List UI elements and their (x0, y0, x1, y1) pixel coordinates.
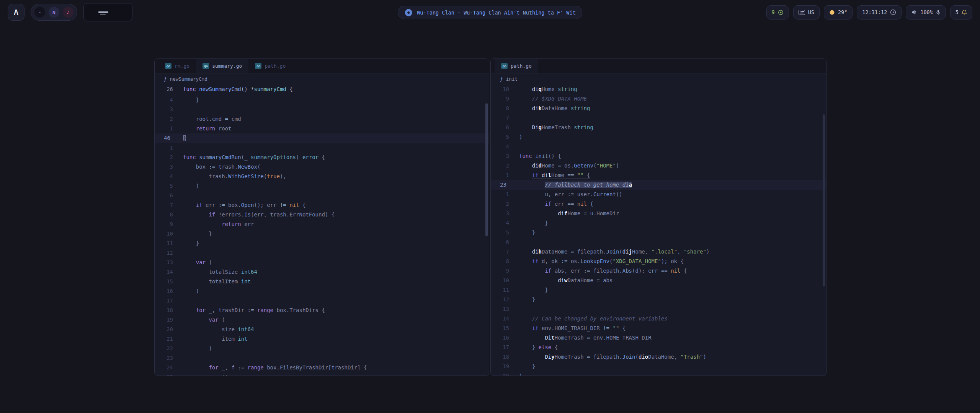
code-line[interactable]: 2 didHome = os.Getenv("HOME") (491, 161, 826, 171)
code-line[interactable]: 12 } (491, 295, 826, 304)
code-text: } (183, 239, 489, 248)
code-token: == (567, 172, 574, 179)
code-line[interactable]: 1 u, err := user.Current() (491, 190, 826, 199)
code-line[interactable]: 15 totalItem int (155, 277, 489, 286)
code-line[interactable]: 3 difHome = u.HomeDir (491, 209, 826, 218)
code-line[interactable]: 5 ) (155, 181, 489, 191)
code-token: Home (542, 163, 558, 169)
code-line[interactable]: 23 // fallback to get home dia (491, 180, 826, 190)
tab-rm.go[interactable]: gorm.go (158, 59, 196, 73)
line-number: 1 (155, 143, 183, 153)
code-line[interactable]: 11 } (155, 239, 489, 248)
scrollbar[interactable] (485, 103, 488, 236)
code-area[interactable]: 26func newSummaryCmd() *summaryCmd {4 }3… (155, 84, 489, 376)
code-line[interactable]: 1 (155, 143, 489, 153)
code-line[interactable]: 7 if err := box.Open(); err != nil { (155, 200, 489, 210)
tab-summary.go[interactable]: gosummary.go (196, 59, 248, 73)
code-line[interactable]: 8 if d, ok := os.LookupEnv("XDG_DATA_HOM… (491, 257, 826, 266)
code-line[interactable]: 12 (155, 248, 489, 258)
code-line[interactable]: 6 DigHomeTrash string (491, 123, 826, 132)
tab-path.go[interactable]: gopath.go (495, 59, 538, 73)
code-token: ( (635, 354, 638, 360)
now-playing-widget[interactable]: Wu-Tang Clan - Wu-Tang Clan Ain't Nuthin… (398, 6, 582, 19)
code-line[interactable]: 18 DiyHomeTrash = filepath.Join(dioDataH… (491, 352, 826, 362)
breadcrumb[interactable]: ƒ newSummaryCmd (155, 73, 489, 84)
code-line[interactable]: 1 return root (155, 124, 489, 133)
code-line[interactable]: 2func summaryCmdRun(_ summaryOptions) er… (155, 153, 489, 162)
clock-widget[interactable]: 12:31:12 (857, 5, 902, 20)
code-line[interactable]: 9 return err (155, 220, 489, 229)
code-line[interactable]: 21 item int (155, 334, 489, 344)
code-line[interactable]: 9 if abs, err := filepath.Abs(d); err ==… (491, 266, 826, 276)
code-line[interactable]: 18 for _, trashDir := range box.TrashDir… (155, 306, 489, 315)
code-line[interactable]: 17 } else { (491, 343, 826, 352)
code-line[interactable]: 24 for _, f := range box.FilesByTrashDir… (155, 363, 489, 372)
jump-label: j (629, 249, 632, 255)
scrollbar[interactable] (823, 114, 825, 286)
code-line[interactable]: 4 (491, 142, 826, 151)
code-line[interactable]: 6 (491, 237, 826, 247)
code-line[interactable]: 5 } (491, 228, 826, 237)
code-line[interactable]: 15 if env.HOME_TRASH_DIR != "" { (491, 324, 826, 333)
workspace-2-button[interactable]: N (49, 7, 59, 18)
code-line[interactable]: 7 dihDataHome = filepath.Join(dijHome, "… (491, 247, 826, 257)
code-line[interactable]: 1 if dilHome == "" { (491, 171, 826, 180)
code-text: if err := box.Open(); err != nil { (183, 200, 489, 210)
code-token: } (519, 363, 535, 369)
keyboard-layout-widget[interactable]: US (793, 5, 820, 20)
code-line[interactable]: 3func init() { (491, 151, 826, 161)
code-line[interactable]: 16 DitHomeTrash = env.HOME_TRASH_DIR (491, 333, 826, 343)
code-line[interactable]: 11 } (491, 285, 826, 295)
code-line[interactable]: 46} (155, 133, 489, 143)
code-line[interactable]: 10 diqHome string (491, 85, 826, 94)
code-token: { (551, 344, 558, 350)
notifications-widget[interactable]: 5 (950, 5, 972, 20)
line-number: 3 (155, 105, 183, 114)
code-line[interactable]: 6 (155, 191, 489, 200)
launcher-button[interactable]: Λ (8, 4, 24, 21)
music-note-icon: ♪ (67, 10, 70, 15)
code-line[interactable]: 13 (491, 304, 826, 314)
sticky-context-line[interactable]: 26func newSummaryCmd() *summaryCmd { (155, 85, 489, 94)
code-line[interactable]: 8 if !errors.Is(err, trash.ErrNotFound) … (155, 210, 489, 220)
code-line[interactable]: 19 } (491, 362, 826, 371)
code-text: diqHome string (519, 85, 826, 94)
weather-widget[interactable]: 29° (824, 5, 853, 20)
code-token: ( (206, 259, 212, 265)
code-line[interactable]: 5) (491, 132, 826, 142)
code-line[interactable]: 10 diwDataHome = abs (491, 276, 826, 285)
breadcrumb[interactable]: ƒ init (491, 73, 826, 84)
code-line[interactable]: 23 (155, 353, 489, 363)
code-line[interactable]: 19 var ( (155, 315, 489, 325)
code-line[interactable]: 17 (155, 296, 489, 306)
code-line[interactable]: 4 trash.WithGetSize(true), (155, 172, 489, 181)
updates-widget[interactable]: 9 (766, 5, 789, 20)
code-token: Is (244, 211, 251, 218)
code-line[interactable]: 8 dikDataHome string (491, 104, 826, 113)
code-line[interactable]: 10 } (155, 229, 489, 239)
code-line[interactable]: 4 } (491, 218, 826, 228)
workspace-1-button[interactable]: • (34, 7, 45, 18)
code-text: box := trash.NewBox( (183, 162, 489, 172)
code-line[interactable]: 16 ) (155, 286, 489, 296)
code-line[interactable]: 2 if err == nil { (491, 199, 826, 209)
code-area[interactable]: 10 diqHome string9 // $XDG_DATA_HOME8 di… (491, 84, 826, 376)
code-line[interactable]: 3 box := trash.NewBox( (155, 162, 489, 172)
code-line[interactable]: 13 var ( (155, 258, 489, 267)
code-line[interactable]: 20} (491, 371, 826, 376)
code-line[interactable]: 2 root.cmd = cmd (155, 114, 489, 124)
code-line[interactable]: 3 (155, 105, 489, 114)
code-line[interactable]: 9 // $XDG_DATA_HOME (491, 94, 826, 104)
workspace-3-button[interactable]: ♪ (63, 7, 74, 18)
tab-path.go[interactable]: gopath.go (248, 59, 292, 73)
code-text: // fallback to get home dia (519, 180, 826, 190)
code-line[interactable]: 7 (491, 113, 826, 123)
code-line[interactable]: 14 totalSize int64 (155, 267, 489, 277)
volume-widget[interactable]: 100% (906, 5, 946, 20)
code-line[interactable]: 25 item++ (155, 372, 489, 376)
code-line[interactable]: 14 // Can be changed by environment vari… (491, 314, 826, 324)
code-line[interactable]: 4 } (155, 95, 489, 105)
window-preview[interactable] (83, 3, 132, 21)
code-line[interactable]: 20 size int64 (155, 325, 489, 334)
code-line[interactable]: 22 ) (155, 344, 489, 353)
